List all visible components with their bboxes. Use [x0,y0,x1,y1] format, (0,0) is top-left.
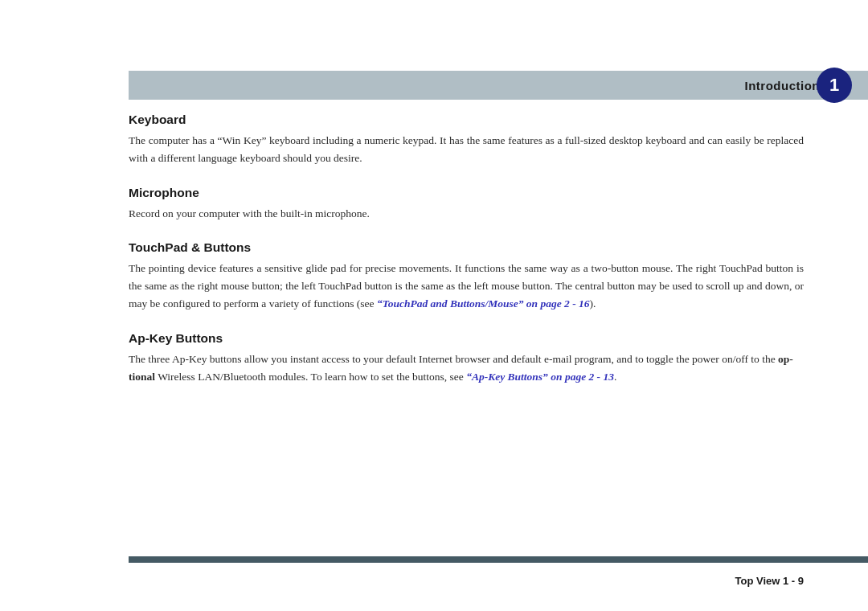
apkey-title: Ap-Key Buttons [129,331,804,346]
header-title: Introduction [745,79,820,92]
footer-text: Top View 1 - 9 [735,575,804,587]
microphone-body: Record on your computer with the built-i… [129,205,804,223]
touchpad-title: TouchPad & Buttons [129,240,804,255]
apkey-bold-op: op-tional [129,353,793,383]
microphone-section: Microphone Record on your computer with … [129,186,804,223]
header-bar: Introduction [129,71,868,100]
touchpad-link[interactable]: “TouchPad and Buttons/Mouse” on page 2 -… [377,297,590,310]
page-container: Introduction 1 Keyboard The computer has… [0,0,868,611]
chapter-badge: 1 [817,68,852,103]
apkey-body-after: . [614,371,616,383]
apkey-section: Ap-Key Buttons The three Ap-Key buttons … [129,331,804,387]
apkey-link[interactable]: “Ap-Key Buttons” on page 2 - 13 [466,371,614,383]
keyboard-title: Keyboard [129,113,804,127]
apkey-body-before: The three Ap-Key buttons allow you insta… [129,353,793,383]
main-content: Keyboard The computer has a “Win Key” ke… [129,113,804,531]
touchpad-body-after-link: ). [590,297,596,310]
keyboard-section: Keyboard The computer has a “Win Key” ke… [129,113,804,168]
touchpad-section: TouchPad & Buttons The pointing device f… [129,240,804,314]
apkey-body: The three Ap-Key buttons allow you insta… [129,351,804,387]
footer-bar [129,556,868,563]
chapter-number: 1 [829,75,839,96]
microphone-title: Microphone [129,186,804,200]
touchpad-body: The pointing device features a sensitive… [129,260,804,314]
keyboard-body: The computer has a “Win Key” keyboard in… [129,132,804,168]
